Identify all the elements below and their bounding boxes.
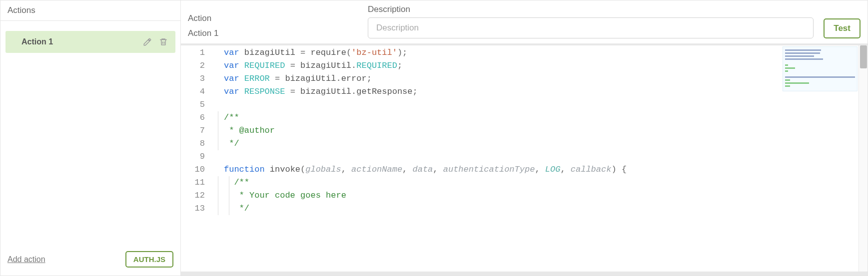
test-button[interactable]: Test [824,18,861,38]
action-item-label: Action 1 [21,37,53,46]
line-gutter: 12345678910111213 [181,45,210,272]
description-input[interactable] [368,17,814,38]
sidebar-title: Actions [0,0,180,21]
delete-icon[interactable] [157,36,169,48]
edit-icon[interactable] [141,36,153,48]
main-header: Action Action 1 Description Test [181,0,868,45]
minimap[interactable] [783,46,858,91]
action-item[interactable]: Action 1 [5,31,175,53]
actions-list: Action 1 [0,21,180,246]
code-editor[interactable]: 12345678910111213 var bizagiUtil = requi… [181,45,868,272]
add-action-link[interactable]: Add action [7,255,45,264]
editor-footer-bar [181,272,868,276]
description-label: Description [368,4,814,14]
scroll-thumb[interactable] [860,45,867,68]
actions-sidebar: Actions Action 1 Add action AUTH.JS [0,0,181,276]
action-label: Action [188,13,358,23]
code-area[interactable]: var bizagiUtil = require('bz-util');var … [210,45,868,272]
sidebar-footer: Add action AUTH.JS [0,246,180,276]
main-panel: Action Action 1 Description Test 1234567… [181,0,868,276]
scrollbar[interactable] [859,45,868,272]
auth-js-button[interactable]: AUTH.JS [125,251,173,268]
action-name: Action 1 [188,26,358,38]
